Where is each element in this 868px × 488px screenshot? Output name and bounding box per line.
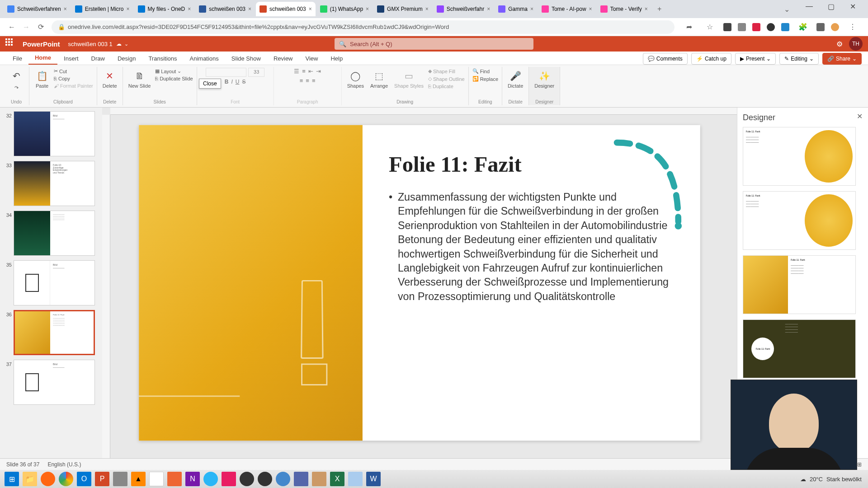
comments-button[interactable]: 💬 Comments (643, 53, 688, 65)
close-icon[interactable]: × (309, 6, 312, 12)
shape-outline-button[interactable]: ◇ Shape Outline (428, 75, 465, 82)
close-icon[interactable]: × (188, 6, 191, 12)
close-icon[interactable]: ✕ (857, 112, 863, 121)
design-option[interactable]: Folie 11: Fazit─────────────────────────… (743, 319, 856, 378)
excel-icon[interactable]: X (330, 472, 344, 486)
forward-button[interactable]: → (19, 20, 33, 34)
language-indicator[interactable]: English (U.S.) (47, 461, 81, 468)
star-icon[interactable]: ☆ (703, 20, 717, 34)
app-icon[interactable] (222, 472, 236, 486)
tab-insert[interactable]: Insert (57, 52, 85, 65)
strike-button[interactable]: S (242, 79, 245, 85)
close-icon[interactable]: × (425, 6, 429, 12)
copy-button[interactable]: ⎘ Copy (54, 75, 93, 82)
catchup-button[interactable]: ⚡ Catch up (691, 53, 731, 65)
slide-thumbnail[interactable]: Bild────── (14, 111, 95, 156)
start-button[interactable]: ⊞ (5, 472, 19, 486)
onenote-icon[interactable]: N (185, 472, 200, 486)
menu-icon[interactable]: ⋮ (845, 20, 860, 34)
powerpoint-icon[interactable]: P (95, 472, 109, 486)
firefox-icon[interactable] (41, 472, 55, 486)
close-icon[interactable]: × (127, 6, 130, 12)
align-center-button[interactable]: ≡ (306, 77, 309, 84)
vlc-icon[interactable]: ▲ (131, 472, 146, 486)
replace-button[interactable]: 🔁 Replace (472, 75, 498, 82)
browser-tab[interactable]: Tome - AI-pow× (538, 2, 596, 16)
italic-button[interactable]: I (231, 79, 232, 85)
design-option[interactable]: Folie 11: Fazit──────────────────────── (743, 191, 856, 250)
present-button[interactable]: ▶ Present ⌄ (735, 53, 776, 65)
search-input[interactable]: 🔍 Search (Alt + Q) (335, 38, 533, 50)
duplicate-slide-button[interactable]: ⎘ Duplicate Slide (155, 75, 193, 82)
browser-tab[interactable]: My files - OneD× (134, 2, 195, 16)
outdent-button[interactable]: ⇥ (316, 68, 321, 75)
share-icon[interactable]: ➦ (682, 20, 696, 34)
shape-fill-button[interactable]: ◆ Shape Fill (428, 68, 465, 75)
app-icon[interactable] (149, 472, 164, 486)
browser-tab[interactable]: Gamma× (495, 2, 537, 16)
close-icon[interactable]: × (366, 6, 369, 12)
chevron-down-icon[interactable]: ⌄ (124, 41, 128, 47)
word-icon[interactable]: W (366, 472, 381, 486)
design-option[interactable]: Folie 11: Fazit─────────────────────────… (743, 255, 856, 314)
maximize-button[interactable]: ▢ (825, 2, 837, 11)
close-button[interactable]: ✕ (846, 2, 859, 11)
tab-design[interactable]: Design (111, 52, 142, 65)
indent-button[interactable]: ⇤ (308, 68, 313, 75)
browser-tab[interactable]: Tome - Verify× (597, 2, 651, 16)
app-icon[interactable] (258, 472, 272, 486)
url-bar[interactable]: 🔒 onedrive.live.com/edit.aspx?resid=3DE0… (52, 20, 675, 34)
extension-icon[interactable] (767, 23, 775, 31)
undo-button[interactable]: ↶ (7, 68, 25, 84)
close-icon[interactable]: × (64, 6, 67, 12)
bold-button[interactable]: B (225, 79, 229, 85)
dictate-button[interactable]: 🎤Dictate (506, 68, 525, 89)
slide-canvas[interactable]: Folie 11: Fazit Zusammenfassung der wich… (139, 125, 700, 441)
arrange-button[interactable]: ⬚Arrange (368, 68, 390, 89)
design-option[interactable]: Folie 11: Fazit──────────────────────── (743, 127, 856, 186)
profile-icon[interactable] (831, 23, 839, 31)
chevron-down-icon[interactable]: ⌄ (779, 2, 794, 16)
new-slide-button[interactable]: 🗎New Slide (127, 68, 153, 89)
slide-thumbnail[interactable]: Folie 10:ZukünftigeEntwicklungenund Tren… (14, 161, 95, 206)
tab-file[interactable]: File (6, 52, 28, 65)
designer-button[interactable]: ✨Designer (533, 68, 556, 89)
font-size-input[interactable]: 33 (248, 68, 264, 77)
back-button[interactable]: ← (5, 20, 19, 34)
telegram-icon[interactable] (203, 472, 218, 486)
extension-icon[interactable] (752, 23, 760, 31)
underline-button[interactable]: U (236, 79, 240, 85)
tab-review[interactable]: Review (267, 52, 299, 65)
tab-transitions[interactable]: Transitions (142, 52, 183, 65)
slide-thumbnail[interactable]: Bild────── (14, 360, 95, 405)
slide-thumbnail[interactable]: ──────────────────────────────────── (14, 211, 95, 256)
tab-animations[interactable]: Animations (184, 52, 225, 65)
minimize-button[interactable]: — (803, 2, 816, 11)
outlook-icon[interactable]: O (77, 472, 91, 486)
browser-tab[interactable]: Erstellen | Micro× (71, 2, 133, 16)
tab-help[interactable]: Help (324, 52, 349, 65)
browser-tab[interactable]: (1) WhatsApp× (316, 2, 373, 16)
bullets-button[interactable]: ☰ (294, 68, 299, 75)
close-icon[interactable]: × (487, 6, 490, 12)
numbering-button[interactable]: ≡ (302, 68, 306, 75)
sorter-view-icon[interactable]: ⊞ (857, 461, 862, 468)
extension-icon[interactable] (738, 23, 746, 31)
extension-icon[interactable] (723, 23, 731, 31)
tab-view[interactable]: View (299, 52, 325, 65)
weather-icon[interactable]: ☁ (800, 476, 806, 483)
extension-icon[interactable] (816, 23, 825, 31)
tab-draw[interactable]: Draw (85, 52, 111, 65)
avatar[interactable]: TH (849, 37, 863, 51)
browser-tab-active[interactable]: schweißen 003× (256, 2, 316, 16)
document-name[interactable]: schweißen 003 1 (68, 41, 113, 47)
slide-editor[interactable]: Folie 11: Fazit Zusammenfassung der wich… (102, 108, 737, 458)
extension-icon[interactable] (781, 23, 789, 31)
slide-thumbnail-panel[interactable]: 32Bild────── 33Folie 10:ZukünftigeEntwic… (0, 108, 102, 458)
slide-thumbnail-selected[interactable]: Folie 11: Fazit─────────────────────────… (14, 310, 95, 355)
new-tab-button[interactable]: + (652, 2, 667, 16)
font-select[interactable] (206, 68, 246, 77)
duplicate-button[interactable]: ⎘ Duplicate (428, 83, 465, 89)
reload-button[interactable]: ⟳ (33, 20, 48, 34)
gear-icon[interactable]: ⚙ (836, 40, 843, 48)
